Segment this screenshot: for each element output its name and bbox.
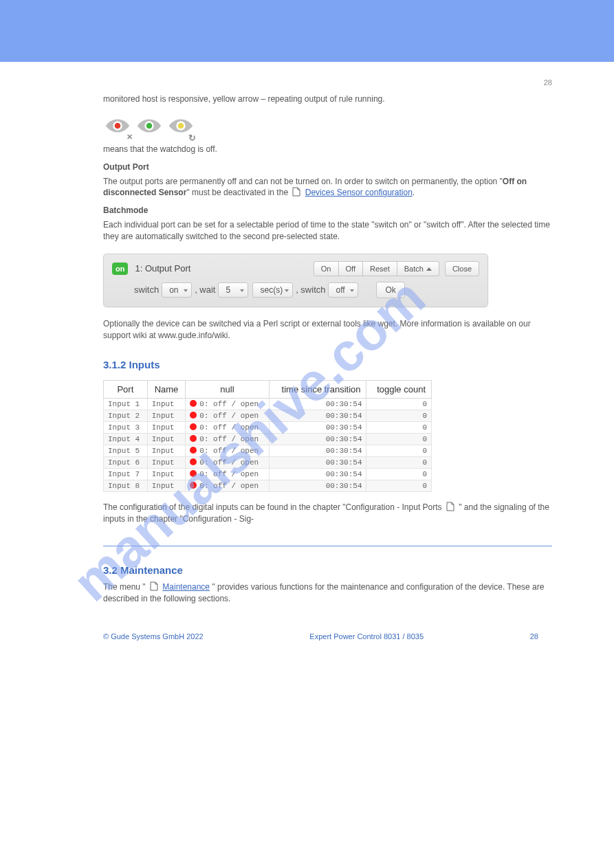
inputs-table: Port Name null time since transition tog…: [103, 380, 432, 492]
wait-unit-select[interactable]: sec(s): [252, 282, 293, 298]
page-footer: © Gude Systems GmbH 2022 Expert Power Co…: [103, 632, 552, 641]
output-port-panel: on 1: Output Port On Off Reset Batch Clo…: [103, 254, 488, 307]
cell-name: Input: [147, 480, 186, 492]
cell-port: Input 7: [104, 469, 148, 480]
footer-right: 28: [530, 632, 538, 641]
cell-time: 00:30:54: [269, 445, 366, 457]
batch-button[interactable]: Batch: [397, 261, 439, 276]
cell-name: Input: [147, 469, 186, 480]
col-toggle: toggle count: [366, 381, 432, 399]
cell-time: 00:30:54: [269, 410, 366, 422]
cell-count: 0: [366, 445, 432, 457]
eye-red-icon: ✕: [103, 116, 132, 140]
cell-state: 0: off / open: [186, 469, 269, 480]
table-row: Input 4Input0: off / open00:30:540: [104, 434, 432, 445]
status-dot-icon: [190, 458, 197, 465]
cell-state: 0: off / open: [186, 445, 269, 457]
output-button-group: On Off Reset Batch: [314, 261, 439, 276]
reset-button[interactable]: Reset: [363, 261, 397, 276]
chevron-up-icon: [426, 267, 432, 271]
maintenance-section-header: 3.2 Maintenance: [103, 564, 552, 576]
table-row: Input 2Input0: off / open00:30:540: [104, 410, 432, 422]
switch-label-2: , switch: [296, 285, 325, 295]
eye-icon-row: ✕ ↻: [103, 116, 552, 140]
status-dot-icon: [190, 470, 197, 477]
switch-state-select-2[interactable]: off: [328, 282, 358, 298]
cell-state: 0: off / open: [186, 457, 269, 469]
on-button[interactable]: On: [314, 261, 339, 276]
cell-name: Input: [147, 399, 186, 410]
page-icon: [150, 581, 158, 591]
col-port: Port: [104, 381, 148, 399]
cell-count: 0: [366, 480, 432, 492]
on-badge: on: [112, 263, 128, 275]
table-row: Input 8Input0: off / open00:30:540: [104, 480, 432, 492]
cell-name: Input: [147, 434, 186, 445]
status-dot-icon: [190, 482, 197, 489]
cell-name: Input: [147, 457, 186, 469]
cell-state: 0: off / open: [186, 480, 269, 492]
eye-yellow-icon: ↻: [166, 116, 195, 140]
output-port-label: 1: Output Port: [135, 263, 190, 274]
footer-left: © Gude Systems GmbH 2022: [103, 632, 204, 641]
refresh-subscript-icon: ↻: [188, 133, 196, 143]
output-port-para: The output ports are permanently off and…: [103, 176, 552, 199]
cell-port: Input 4: [104, 434, 148, 445]
svg-point-4: [146, 123, 153, 129]
switch-label-1: switch: [134, 285, 159, 295]
cell-count: 0: [366, 399, 432, 410]
cell-time: 00:30:54: [269, 480, 366, 492]
off-button[interactable]: Off: [339, 261, 363, 276]
table-row: Input 5Input0: off / open00:30:540: [104, 445, 432, 457]
cell-port: Input 6: [104, 457, 148, 469]
switch-state-select-1[interactable]: on: [162, 282, 192, 298]
col-state: null: [186, 381, 269, 399]
cell-state: 0: off / open: [186, 422, 269, 434]
cell-time: 00:30:54: [269, 457, 366, 469]
watchdog-legend: monitored host is responsive, yellow arr…: [103, 93, 552, 105]
cell-port: Input 2: [104, 410, 148, 422]
cell-name: Input: [147, 410, 186, 422]
cell-state: 0: off / open: [186, 399, 269, 410]
table-row: Input 1Input0: off / open00:30:540: [104, 399, 432, 410]
inputs-section-header: 3.1.2 Inputs: [103, 359, 552, 370]
status-dot-icon: [190, 412, 197, 419]
cell-count: 0: [366, 469, 432, 480]
wait-label: , wait: [195, 285, 215, 295]
cell-port: Input 8: [104, 480, 148, 492]
batchmode-title: Batchmode: [103, 205, 552, 215]
devices-sensor-config-link[interactable]: Devices Sensor configuration: [305, 188, 413, 197]
page-icon: [446, 502, 454, 511]
section-divider: [103, 546, 552, 546]
footer-center: Expert Power Control 8031 / 8035: [204, 632, 530, 641]
cell-port: Input 3: [104, 422, 148, 434]
cell-name: Input: [147, 445, 186, 457]
table-row: Input 7Input0: off / open00:30:540: [104, 469, 432, 480]
status-dot-icon: [190, 400, 197, 407]
maintenance-para: The menu " Maintenance " provides variou…: [103, 581, 552, 605]
status-dot-icon: [190, 423, 197, 430]
wait-value-select[interactable]: 5: [218, 282, 248, 298]
cell-count: 0: [366, 457, 432, 469]
ok-button[interactable]: Ok: [376, 282, 404, 298]
page-number-top: 28: [103, 78, 552, 87]
col-name: Name: [147, 381, 186, 399]
cell-time: 00:30:54: [269, 399, 366, 410]
watchdog-off-text: means that the watchdog is off.: [103, 144, 552, 155]
batchmode-text: Each individual port can be set for a se…: [103, 219, 552, 243]
top-banner: [0, 0, 614, 62]
cell-time: 00:30:54: [269, 434, 366, 445]
svg-point-2: [115, 123, 121, 129]
cell-name: Input: [147, 422, 186, 434]
table-row: Input 3Input0: off / open00:30:540: [104, 422, 432, 434]
close-button[interactable]: Close: [445, 261, 479, 276]
status-dot-icon: [190, 447, 197, 454]
cell-time: 00:30:54: [269, 422, 366, 434]
x-subscript-icon: ✕: [127, 133, 133, 142]
cell-port: Input 1: [104, 399, 148, 410]
eye-green-icon: [135, 116, 164, 140]
cell-state: 0: off / open: [186, 434, 269, 445]
maintenance-link[interactable]: Maintenance: [162, 582, 210, 592]
svg-point-6: [178, 123, 184, 129]
inputs-para: The configuration of the digital inputs …: [103, 502, 552, 525]
